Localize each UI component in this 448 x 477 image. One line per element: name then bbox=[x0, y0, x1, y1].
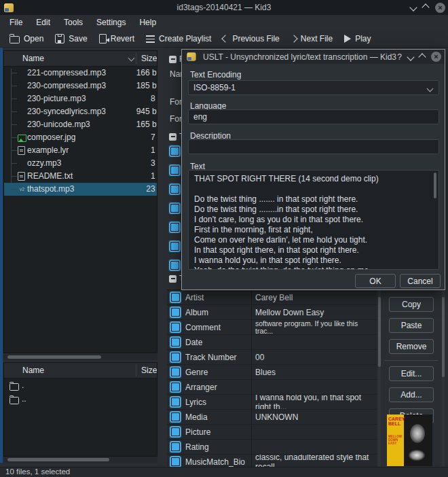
dir-list-hscrollbar[interactable] bbox=[3, 457, 157, 463]
column-header-size[interactable]: Size bbox=[141, 366, 157, 375]
folder-icon bbox=[10, 383, 19, 391]
close-icon[interactable] bbox=[435, 3, 445, 13]
file-row[interactable]: thatspot.mp3 23 K bbox=[4, 183, 157, 196]
tag1-field-checkbox[interactable] bbox=[168, 145, 181, 157]
frame-action-button[interactable]: Paste bbox=[389, 318, 434, 333]
tree-branch bbox=[11, 124, 17, 125]
lyrics-textarea[interactable]: THAT SPOT RIGHT THERE (14 second demo cl… bbox=[188, 170, 439, 270]
file-row[interactable]: 230-picture.mp3 8 K bbox=[4, 92, 157, 105]
sort-descending-icon bbox=[128, 55, 135, 62]
minimize-icon[interactable] bbox=[407, 53, 414, 60]
file-row[interactable]: 230-compressed.mp3 185 byt bbox=[4, 80, 157, 92]
tree-branch bbox=[11, 99, 17, 99]
toolbar-button[interactable]: Next File bbox=[287, 31, 340, 47]
scrollbar-thumb[interactable] bbox=[434, 173, 436, 198]
frame-action-button[interactable]: Edit... bbox=[389, 366, 434, 381]
tag1-field-checkbox[interactable] bbox=[168, 164, 181, 176]
scrollbar-thumb[interactable] bbox=[442, 297, 445, 377]
frame-action-button[interactable]: Add... bbox=[389, 387, 434, 402]
frame-checkbox[interactable] bbox=[169, 351, 181, 364]
frame-checkbox[interactable] bbox=[169, 366, 181, 378]
file-row[interactable]: 230-syncedlyrics.mp3 945 byt bbox=[4, 105, 157, 118]
scrollbar-thumb[interactable] bbox=[378, 297, 381, 367]
toolbar-button[interactable]: Save bbox=[51, 31, 94, 47]
frame-row[interactable]: MusicMatch_Bio classic, unadulterated st… bbox=[167, 455, 377, 467]
minimize-icon[interactable] bbox=[409, 3, 417, 11]
save-icon bbox=[55, 34, 64, 43]
tag1-field-checkbox[interactable] bbox=[168, 221, 181, 233]
frame-checkbox[interactable] bbox=[169, 396, 181, 408]
toolbar-button[interactable]: Revert bbox=[95, 31, 142, 47]
frame-row[interactable]: Picture bbox=[167, 425, 377, 440]
toolbar-button[interactable]: Play bbox=[340, 31, 378, 47]
frame-checkbox[interactable] bbox=[169, 292, 181, 304]
maximize-icon[interactable] bbox=[422, 3, 429, 11]
frame-row[interactable]: Lyrics I wanna hold you, in that spot ri… bbox=[167, 395, 377, 410]
column-header-name[interactable]: Name bbox=[22, 54, 44, 63]
column-divider[interactable] bbox=[136, 52, 136, 65]
description-input[interactable] bbox=[188, 139, 439, 154]
menu-item[interactable]: File bbox=[3, 15, 29, 30]
tag1-field-checkbox[interactable] bbox=[168, 240, 181, 252]
file-row[interactable]: 221-compressed.mp3 166 byt bbox=[4, 67, 157, 80]
frame-checkbox[interactable] bbox=[169, 411, 181, 423]
dialog-titlebar[interactable]: USLT - Unsynchronized lyric/text transcr… bbox=[182, 50, 445, 64]
chevron-down-icon bbox=[427, 86, 434, 92]
language-input[interactable] bbox=[188, 109, 439, 124]
frame-row[interactable]: Date bbox=[167, 335, 377, 350]
file-row[interactable]: 230-unicode.mp3 165 byt bbox=[4, 118, 157, 131]
text-encoding-select[interactable]: ISO-8859-1 bbox=[188, 80, 439, 95]
toolbar-button[interactable]: Open bbox=[5, 31, 51, 47]
frame-row[interactable]: Genre Blues bbox=[167, 365, 377, 380]
directory-row[interactable]: .. bbox=[4, 392, 157, 406]
file-row[interactable]: README.txt 1 K bbox=[4, 170, 157, 183]
column-divider[interactable] bbox=[136, 364, 136, 376]
frame-row[interactable]: Arranger bbox=[167, 380, 377, 395]
toolbar: Open Save Revert Create Playlist Previou… bbox=[0, 30, 448, 48]
file-row[interactable]: example.lyr 1 K bbox=[4, 144, 157, 157]
frame-row[interactable]: Rating bbox=[167, 440, 377, 455]
tag1-field-checkbox[interactable] bbox=[168, 259, 181, 271]
window-titlebar[interactable]: id3tags-20140421 — Kid3 bbox=[0, 0, 448, 15]
frame-row[interactable]: Media UNKNOWN bbox=[167, 410, 377, 425]
help-icon[interactable]: ? bbox=[397, 52, 402, 62]
scrollbar-thumb[interactable] bbox=[7, 458, 109, 461]
maximize-icon[interactable] bbox=[418, 53, 426, 60]
file-row[interactable]: composer.jpg 7 K bbox=[4, 131, 157, 144]
album-art-preview: CAREY BELL MELLOW DOWN EASY bbox=[387, 414, 432, 466]
frame-checkbox[interactable] bbox=[169, 306, 181, 319]
menu-item[interactable]: Settings bbox=[90, 15, 132, 30]
column-header-size[interactable]: Size bbox=[141, 54, 157, 63]
toolbar-button[interactable]: Create Playlist bbox=[142, 31, 219, 47]
file-list-hscrollbar[interactable] bbox=[3, 354, 157, 360]
scrollbar-thumb[interactable] bbox=[7, 355, 101, 359]
menu-item[interactable]: Help bbox=[132, 15, 163, 30]
frame-checkbox[interactable] bbox=[169, 441, 181, 453]
frame-row[interactable]: Artist Carey Bell bbox=[167, 290, 377, 305]
frame-row[interactable]: Track Number 00 bbox=[167, 350, 377, 365]
frame-checkbox[interactable] bbox=[169, 336, 181, 349]
frame-checkbox[interactable] bbox=[169, 381, 181, 393]
collapse-icon[interactable] bbox=[169, 133, 176, 141]
tree-branch bbox=[11, 111, 17, 112]
ok-button[interactable]: OK bbox=[355, 274, 396, 288]
frame-checkbox[interactable] bbox=[169, 426, 181, 438]
frame-row[interactable]: Album Mellow Down Easy bbox=[167, 305, 377, 320]
directory-row[interactable]: . bbox=[4, 378, 157, 392]
frame-checkbox[interactable] bbox=[169, 321, 181, 334]
cancel-button[interactable]: Cancel bbox=[400, 274, 441, 288]
frame-row[interactable]: Comment software program. If you like th… bbox=[167, 320, 377, 335]
tag1-field-checkbox[interactable] bbox=[168, 202, 181, 214]
collapse-icon[interactable] bbox=[169, 275, 176, 283]
menu-item[interactable]: Edit bbox=[29, 15, 57, 30]
close-icon[interactable] bbox=[431, 52, 441, 62]
menu-item[interactable]: Tools bbox=[57, 15, 90, 30]
frame-action-button[interactable]: Remove bbox=[389, 339, 434, 354]
toolbar-button[interactable]: Previous File bbox=[219, 31, 286, 47]
frame-checkbox[interactable] bbox=[169, 456, 181, 468]
collapse-icon[interactable] bbox=[169, 56, 176, 63]
file-row[interactable]: ozzy.mp3 3 K bbox=[4, 157, 157, 170]
column-header-name[interactable]: Name bbox=[22, 366, 44, 375]
frame-action-button[interactable]: Copy bbox=[389, 297, 434, 312]
tag1-field-checkbox[interactable] bbox=[168, 183, 181, 195]
